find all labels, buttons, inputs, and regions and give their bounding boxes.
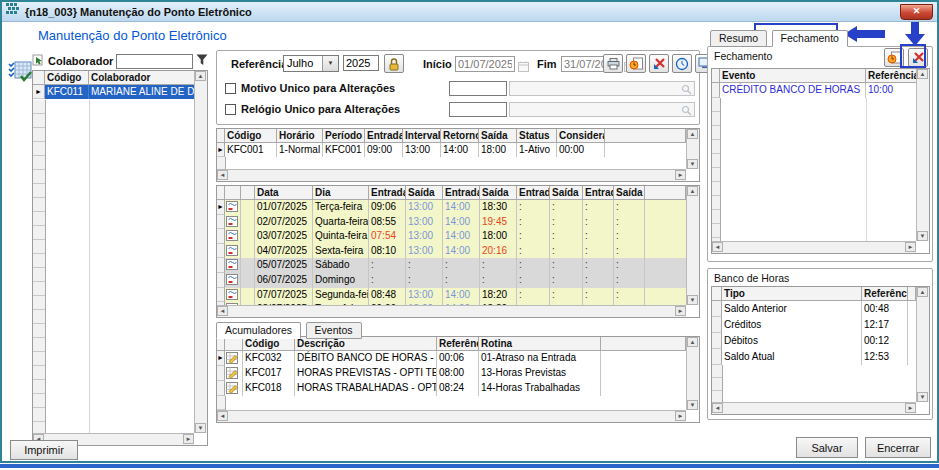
delete-button[interactable]: [649, 54, 669, 73]
scroll-up-icon[interactable]: ▲: [917, 69, 928, 79]
table-row[interactable]: ► KFC032 DÉBITO BANCO DE HORAS - OPTI T …: [217, 351, 686, 366]
table-row[interactable]: CRÉDITO BANCO DE HORAS 10:00: [712, 83, 916, 98]
motivo-code-input[interactable]: [449, 81, 507, 96]
column-header[interactable]: Colaborador: [89, 71, 195, 85]
table-row[interactable]: ► KFC001 1-Normal KFC001 09:00 13:00 14:…: [217, 143, 686, 157]
column-header[interactable]: Dia: [313, 186, 369, 200]
fechamento-vscrollbar[interactable]: ▲ ▼: [916, 69, 929, 241]
column-header[interactable]: Horário: [277, 129, 323, 143]
scroll-down-icon[interactable]: ▼: [687, 295, 698, 305]
table-row[interactable]: Saldo Anterior 00:48: [712, 301, 916, 317]
column-header[interactable]: Referência: [866, 69, 918, 83]
scroll-up-icon[interactable]: ▲: [687, 186, 698, 196]
column-header[interactable]: Rotina: [479, 337, 601, 351]
horario-hscrollbar[interactable]: ◄ ►: [217, 169, 686, 181]
table-row[interactable]: 07/07/2025 Segunda-feira 08:48 13:00 14:…: [217, 288, 686, 303]
encerrar-button[interactable]: Encerrar: [865, 437, 931, 458]
banco-vscrollbar[interactable]: ▲ ▼: [916, 287, 929, 402]
scroll-left-icon[interactable]: ◄: [217, 170, 228, 180]
day-edit-icon[interactable]: [225, 273, 241, 288]
banco-hscrollbar[interactable]: ◄ ►: [712, 402, 916, 414]
colaborador-filter-input[interactable]: [116, 54, 193, 69]
scroll-down-icon[interactable]: ▼: [687, 159, 698, 169]
column-header[interactable]: Saída: [550, 186, 583, 200]
salvar-button[interactable]: Salvar: [796, 437, 858, 458]
column-header[interactable]: Data: [255, 186, 313, 200]
table-row[interactable]: ► 01/07/2025 Terça-feira 09:06 13:00 14:…: [217, 200, 686, 215]
column-header[interactable]: Referência: [437, 337, 479, 351]
table-row[interactable]: 05/07/2025 Sábado : : : : : : : :: [217, 258, 686, 273]
column-header[interactable]: Intervalo: [403, 129, 441, 143]
column-header[interactable]: Entrada: [365, 129, 403, 143]
column-header[interactable]: Código: [225, 129, 277, 143]
imprimir-button[interactable]: Imprimir: [10, 440, 78, 460]
column-header[interactable]: Saída: [614, 186, 645, 200]
day-edit-icon[interactable]: [225, 244, 241, 259]
column-header[interactable]: Referência: [862, 287, 908, 301]
table-row[interactable]: Créditos 12:17: [712, 317, 916, 333]
table-row[interactable]: 06/07/2025 Domingo : : : : : : : :: [217, 273, 686, 288]
table-row[interactable]: 02/07/2025 Quarta-feira 08:55 13:00 14:0…: [217, 215, 686, 230]
acumuladores-vscrollbar[interactable]: ▲ ▼: [686, 337, 699, 410]
accumulator-edit-icon[interactable]: [225, 381, 243, 396]
scroll-left-icon[interactable]: ◄: [712, 242, 723, 252]
scroll-up-icon[interactable]: ▲: [917, 287, 928, 297]
column-header[interactable]: Descrição: [295, 337, 437, 351]
scroll-down-icon[interactable]: ▼: [917, 231, 928, 241]
days-hscrollbar[interactable]: ◄ ►: [217, 305, 686, 317]
scroll-left-icon[interactable]: ◄: [217, 411, 228, 421]
tab-acumuladores[interactable]: Acumuladores: [216, 322, 301, 339]
table-row[interactable]: 03/07/2025 Quinta-feira 07:54 13:00 14:0…: [217, 229, 686, 244]
column-header[interactable]: Código: [243, 337, 295, 351]
scroll-left-icon[interactable]: ◄: [217, 306, 228, 316]
column-header[interactable]: Status: [517, 129, 557, 143]
table-row[interactable]: KFC018 HORAS TRABALHADAS - OPTI TE 08:24…: [217, 381, 686, 396]
horario-vscrollbar[interactable]: ▲ ▼: [686, 129, 699, 169]
column-header[interactable]: Considera: [557, 129, 605, 143]
print-button[interactable]: [603, 54, 623, 73]
column-header[interactable]: Evento: [720, 69, 866, 83]
scroll-down-icon[interactable]: ▼: [195, 423, 206, 433]
year-input[interactable]: [343, 55, 379, 71]
chevron-down-icon[interactable]: ▼: [322, 56, 338, 71]
column-header[interactable]: Retorno: [441, 129, 479, 143]
scroll-right-icon[interactable]: ►: [905, 242, 916, 252]
scroll-up-icon[interactable]: ▲: [195, 71, 206, 81]
accumulator-edit-icon[interactable]: [225, 351, 243, 366]
column-header[interactable]: Código: [45, 71, 89, 85]
clock-button[interactable]: [672, 54, 692, 73]
table-row-selected[interactable]: ► KFC011 MARIANE ALINE DE DEUS FA: [33, 85, 195, 99]
column-header[interactable]: Tipo: [722, 287, 862, 301]
scroll-up-icon[interactable]: ▲: [687, 337, 698, 347]
day-edit-icon[interactable]: [225, 229, 241, 244]
accumulator-edit-icon[interactable]: [225, 366, 243, 381]
table-row[interactable]: KFC017 HORAS PREVISTAS - OPTI TECH 08:00…: [217, 366, 686, 381]
lock-button[interactable]: [384, 54, 404, 73]
fechamento-hscrollbar[interactable]: ◄ ►: [712, 241, 916, 253]
tab-eventos[interactable]: Eventos: [306, 322, 362, 339]
days-vscrollbar[interactable]: ▲ ▼: [686, 186, 699, 305]
scroll-down-icon[interactable]: ▼: [917, 392, 928, 402]
title-bar[interactable]: {n18_003} Manutenção do Ponto Eletrônico…: [2, 2, 937, 22]
column-header[interactable]: Entrada: [517, 186, 550, 200]
table-row[interactable]: Débitos 00:12: [712, 333, 916, 349]
relogio-code-input[interactable]: [449, 102, 507, 117]
column-header[interactable]: Período: [323, 129, 365, 143]
colaborador-vscrollbar[interactable]: ▲ ▼: [194, 71, 207, 433]
scroll-right-icon[interactable]: ►: [675, 411, 686, 421]
day-edit-icon[interactable]: [225, 200, 241, 215]
month-select[interactable]: Julho ▼: [283, 55, 339, 72]
scroll-right-icon[interactable]: ►: [183, 434, 194, 444]
tab-fechamento[interactable]: Fechamento: [772, 30, 848, 47]
day-edit-icon[interactable]: [225, 258, 241, 273]
scroll-right-icon[interactable]: ►: [675, 306, 686, 316]
scroll-left-icon[interactable]: ◄: [712, 403, 723, 413]
table-row[interactable]: Saldo Atual 12:53: [712, 349, 916, 365]
scroll-down-icon[interactable]: ▼: [687, 400, 698, 410]
column-header[interactable]: Saída: [480, 186, 517, 200]
day-edit-icon[interactable]: [225, 288, 241, 303]
relogio-checkbox[interactable]: [225, 104, 236, 115]
scroll-right-icon[interactable]: ►: [675, 170, 686, 180]
column-header[interactable]: Entrada: [443, 186, 480, 200]
close-button[interactable]: ✕: [900, 4, 933, 20]
